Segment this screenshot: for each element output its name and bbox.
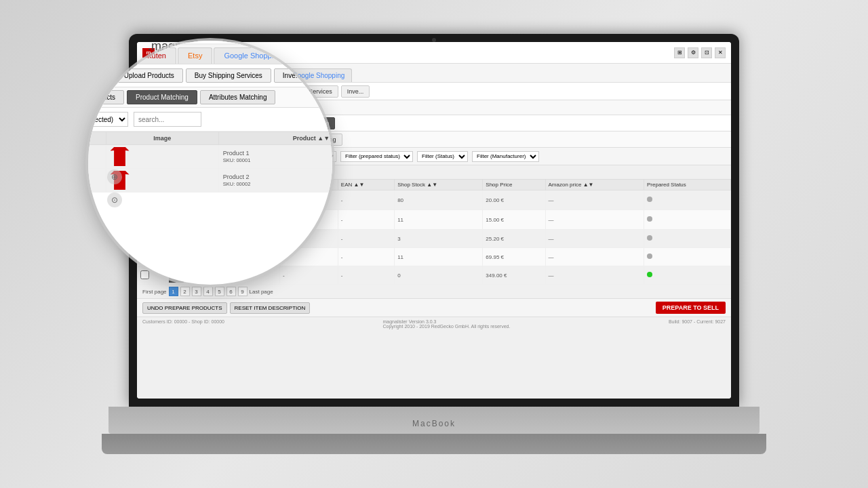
th-stock: Shop Stock ▲▼ [395, 180, 483, 190]
filter-status[interactable]: Filter (Status) [417, 151, 468, 162]
td-stock-1: 80 [395, 190, 483, 210]
first-page-label-bottom[interactable]: First page [142, 289, 167, 295]
mag-td-check-2[interactable] [88, 169, 106, 192]
reset-description-button[interactable]: RESET ITEM DESCRIPTION [230, 302, 311, 314]
status-dot-gray-4 [647, 253, 652, 259]
mag-th-select [88, 132, 106, 145]
laptop-base-bottom [102, 434, 766, 454]
laptop-base-top: MacBook [108, 407, 760, 434]
page-b-5[interactable]: 5 [215, 287, 224, 296]
magnify-inner: m magnalister boost your Online Shop ama… [88, 41, 332, 192]
icon-btn-1[interactable]: ⊞ [674, 47, 685, 58]
mag-mkt-tabs: amazon ebay Rakuten Etsy Google Shopping [88, 45, 332, 64]
footer: Customers ID: 00000 - Shop ID: 00000 mag… [137, 317, 731, 331]
td-amazon-price-2: — [545, 210, 644, 230]
td-shoprice-3: 25.20 € [483, 230, 545, 248]
mag-tab-create[interactable]: Create New Products [88, 90, 124, 104]
th-shop-price: Shop Price [483, 180, 545, 190]
mag-tab-etsy[interactable]: Etsy [178, 47, 212, 64]
td-status-4 [644, 248, 730, 266]
mag-td-product-2: Product 2 SKU: 00002 [218, 169, 332, 192]
mag-td-image-1 [106, 145, 218, 169]
td-shoprice-5: 349.00 € [483, 266, 545, 285]
icon-btn-4[interactable]: ✕ [715, 47, 726, 58]
icon-btn-3[interactable]: ⊡ [701, 47, 712, 58]
mag-td-product-1: Product 1 SKU: 00001 [218, 145, 332, 169]
prepare-to-sell-button[interactable]: PREPARE TO SELL [656, 302, 726, 314]
td-shoprice-4: 69.95 € [483, 248, 545, 266]
td-ean-2: - [338, 210, 394, 230]
td-ean-5: - [338, 266, 394, 285]
td-shoprice-2: 15.00 € [483, 210, 545, 230]
zoom-icons: ⊕ ⊙ [107, 169, 122, 207]
td-ean-4: - [338, 248, 394, 266]
td-shoprice-1: 20.00 € [483, 190, 545, 210]
page-b-2[interactable]: 2 [180, 287, 190, 296]
td-stock-5: 0 [395, 266, 483, 285]
mag-tab-ebay[interactable]: ebay [90, 47, 127, 64]
mag-th-image: Image [106, 132, 218, 145]
page-b-9[interactable]: 9 [238, 287, 248, 296]
mag-toolbar: Selection (0 selected) [88, 108, 332, 131]
bottom-bar: UNDO PREPARE PRODUCTS RESET ITEM DESCRIP… [137, 298, 731, 317]
top-right-icons: ⊞ ⚙ ⊡ ✕ [674, 47, 726, 58]
footer-version: magnalister Version 3.0.3 Copyright 2010… [383, 319, 511, 329]
page-b-4[interactable]: 4 [203, 287, 213, 296]
mag-tab-product-matching[interactable]: Product Matching [127, 90, 197, 104]
btn-inventory[interactable]: Inve... [341, 85, 370, 98]
mag-sub-tabs: Create New Products Product Matching Att… [88, 87, 332, 108]
zoom-out-icon[interactable]: ⊙ [107, 192, 122, 207]
mag-td-check-1[interactable] [88, 145, 106, 169]
status-dot-green-5 [647, 272, 652, 277]
td-stock-3: 3 [395, 230, 483, 248]
mag-main-nav: Prepare Products Upload Products Buy Shi… [88, 64, 332, 87]
undo-prepare-button[interactable]: UNDO PREPARE PRODUCTS [142, 302, 227, 314]
td-stock-4: 11 [395, 248, 483, 266]
status-dot-gray-3 [647, 235, 652, 241]
filter-manufacturer[interactable]: Filter (Manufacturer) [472, 151, 539, 162]
macbook-label: MacBook [412, 419, 456, 428]
mag-table-header: Image Product ▲▼ MPN [88, 132, 332, 145]
td-status-1 [644, 190, 730, 210]
mag-tab-rakuten[interactable]: Rakuten [128, 47, 176, 64]
mag-tab-google[interactable]: Google Shopping [214, 47, 292, 64]
mag-td-image-2 [106, 169, 218, 192]
page-b-1[interactable]: 1 [169, 287, 178, 296]
laptop-base: MacBook [102, 407, 766, 454]
td-status-3 [644, 230, 730, 248]
mag-btn-upload[interactable]: Upload Products [115, 68, 183, 83]
mag-product-image-1 [111, 147, 130, 166]
td-stock-2: 11 [395, 210, 483, 230]
footer-build: Build: 9007 - Current: 9027 [669, 319, 726, 329]
td-ean-1: - [338, 190, 394, 210]
magnify-circle: m magnalister boost your Online Shop ama… [88, 41, 332, 285]
mag-tab-attributes[interactable]: Attributes Matching [200, 90, 276, 104]
td-amazon-price-5: — [545, 266, 644, 285]
last-page-label-bottom[interactable]: Last page [250, 289, 273, 295]
status-dot-gray-2 [647, 216, 652, 222]
mag-tab-amazon[interactable]: amazon [88, 47, 89, 64]
mag-table-row-2: Product 2 SKU: 00002 - [88, 169, 332, 192]
mag-th-product: Product ▲▼ [218, 132, 332, 145]
page-b-3[interactable]: 3 [192, 287, 201, 296]
th-amazon-price: Amazon price ▲▼ [545, 180, 644, 190]
mag-table-row-1: Product 1 SKU: 00001 - [88, 145, 332, 169]
th-status: Prepared Status [644, 180, 730, 190]
th-ean: EAN ▲▼ [338, 180, 394, 190]
icon-btn-2[interactable]: ⚙ [688, 47, 698, 58]
mag-btn-shipping[interactable]: Buy Shipping Services [186, 68, 271, 83]
mag-search-input[interactable] [134, 112, 201, 127]
td-amazon-price-1: — [545, 190, 644, 210]
status-dot-gray-1 [647, 197, 652, 202]
td-status-2 [644, 210, 730, 230]
td-amazon-price-4: — [545, 248, 644, 266]
mag-btn-prepare[interactable]: Prepare Products [88, 68, 113, 83]
mag-products-table: Image Product ▲▼ MPN Product 1 SKU: 0000… [88, 131, 332, 192]
zoom-in-icon[interactable]: ⊕ [107, 169, 122, 184]
filter-prepared-status[interactable]: Filter (prepared status) [340, 151, 413, 162]
mag-selection-dropdown[interactable]: Selection (0 selected) [88, 112, 128, 127]
footer-customer: Customers ID: 00000 - Shop ID: 00000 [142, 319, 224, 329]
td-status-5 [644, 266, 730, 285]
mag-btn-inventory[interactable]: Inve... [274, 68, 310, 83]
page-b-6[interactable]: 6 [226, 287, 236, 296]
